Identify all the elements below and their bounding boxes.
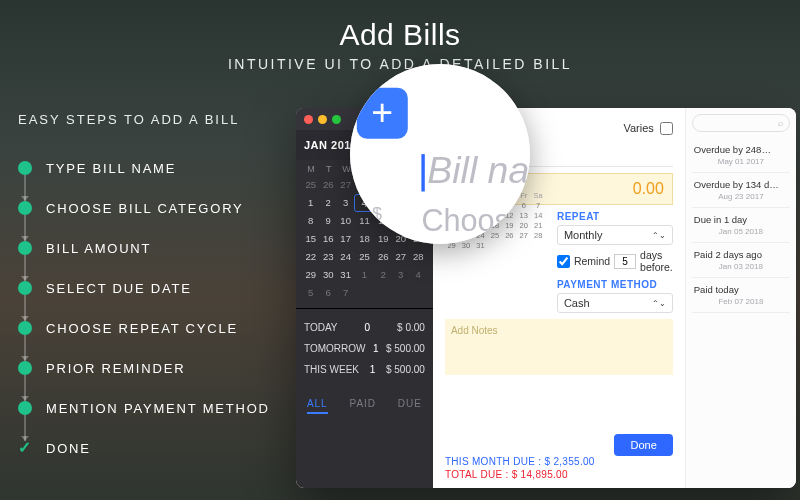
steps-heading: EASY STEPS TO ADD A BILL	[18, 112, 239, 127]
tab-due[interactable]: DUE	[398, 398, 422, 414]
month-due-total: THIS MONTH DUE : $ 2,355.00	[445, 456, 595, 467]
remind-suffix: days before.	[640, 249, 673, 273]
payment-select[interactable]: Cash⌃⌄	[557, 293, 673, 313]
varies-label: Varies	[623, 122, 653, 134]
tab-paid[interactable]: PAID	[349, 398, 376, 414]
updown-icon: ⌃⌄	[652, 299, 666, 308]
step-dot-icon	[18, 361, 32, 375]
minimize-icon[interactable]	[318, 115, 327, 124]
search-input[interactable]: ⌕	[692, 114, 790, 132]
summary-label: THIS WEEK	[304, 364, 359, 375]
repeat-select[interactable]: Monthly⌃⌄	[557, 225, 673, 245]
step-label: CHOOSE REPEAT CYCLE	[46, 321, 238, 336]
list-item[interactable]: Paid todayFeb 07 2018	[692, 278, 790, 313]
steps-list: TYPE BILL NAME CHOOSE BILL CATEGORY BILL…	[18, 148, 270, 468]
step-label: MENTION PAYMENT METHOD	[46, 401, 270, 416]
tab-all[interactable]: ALL	[307, 398, 328, 414]
list-item[interactable]: Paid 2 days agoJan 03 2018	[692, 243, 790, 278]
done-button[interactable]: Done	[614, 434, 672, 456]
filter-tabs: ALL PAID DUE	[296, 388, 433, 422]
step-label: BILL AMOUNT	[46, 241, 151, 256]
step-dot-icon	[18, 201, 32, 215]
step-label: SELECT DUE DATE	[46, 281, 192, 296]
check-icon	[18, 441, 32, 455]
step-dot-icon	[18, 321, 32, 335]
step-label: TYPE BILL NAME	[46, 161, 176, 176]
summary-label: TODAY	[304, 322, 338, 333]
summary: TODAY0$ 0.00 TOMORROW1$ 500.00 THIS WEEK…	[296, 308, 433, 388]
remind-label: Remind	[574, 255, 610, 267]
summary-amount: $ 500.00	[386, 364, 425, 375]
varies-checkbox[interactable]	[660, 122, 673, 135]
summary-label: TOMORROW	[304, 343, 365, 354]
search-icon: ⌕	[778, 118, 783, 128]
list-item[interactable]: Due in 1 dayJan 05 2018	[692, 208, 790, 243]
repeat-section-label: REPEAT	[557, 211, 673, 222]
grand-total: TOTAL DUE : $ 14,895.00	[445, 469, 595, 480]
updown-icon: ⌃⌄	[652, 231, 666, 240]
summary-count: 0	[365, 322, 371, 333]
summary-count: 1	[370, 364, 376, 375]
step-dot-icon	[18, 281, 32, 295]
summary-amount: $ 500.00	[386, 343, 425, 354]
list-item[interactable]: Overdue by 248…May 01 2017	[692, 138, 790, 173]
summary-count: 1	[373, 343, 379, 354]
bill-name-placeholder: Bill nam	[427, 149, 530, 192]
step-label: CHOOSE BILL CATEGORY	[46, 201, 244, 216]
step-dot-icon	[18, 401, 32, 415]
page-title: Add Bills	[0, 18, 800, 52]
add-bill-button[interactable]: +	[357, 88, 408, 139]
step-label: PRIOR REMINDER	[46, 361, 185, 376]
notes-field[interactable]: Add Notes	[445, 319, 673, 375]
page-subtitle: INTUITIVE UI TO ADD A DETAILED BILL	[0, 56, 800, 72]
text-cursor-icon	[421, 154, 424, 191]
step-dot-icon	[18, 241, 32, 255]
zoom-icon[interactable]	[332, 115, 341, 124]
magnifier-callout: + Bill nam Choos $	[350, 64, 530, 244]
repeat-value: Monthly	[564, 229, 603, 241]
summary-amount: $ 0.00	[397, 322, 425, 333]
remind-checkbox[interactable]	[557, 255, 570, 268]
remind-days-input[interactable]	[614, 254, 636, 269]
step-label: DONE	[46, 441, 91, 456]
step-dot-icon	[18, 161, 32, 175]
bill-list: ⌕ Overdue by 248…May 01 2017 Overdue by …	[685, 108, 796, 488]
payment-value: Cash	[564, 297, 590, 309]
payment-section-label: PAYMENT METHOD	[557, 279, 673, 290]
close-icon[interactable]	[304, 115, 313, 124]
list-item[interactable]: Overdue by 134 d…Aug 23 2017	[692, 173, 790, 208]
amount-value: 0.00	[633, 180, 664, 198]
